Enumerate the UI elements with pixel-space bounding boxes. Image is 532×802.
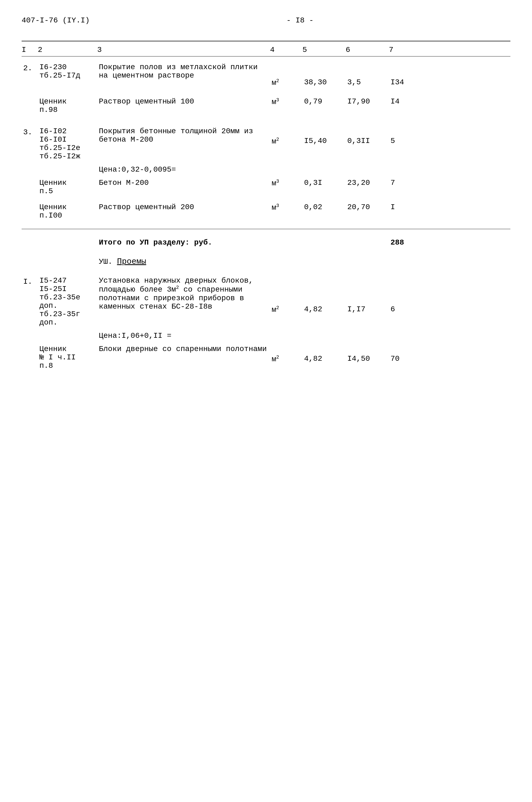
item-3-sub1-col5: 23,20 — [346, 178, 389, 188]
item-s8-1-block: I. I5-247 I5-25I тб.23-35е доп. тб.23-35… — [22, 275, 510, 371]
item-2-block: 2. I6-230 тб.25-I7д Покрытие полов из ме… — [22, 62, 510, 88]
item-3-price-row: Цена:0,32-0,0095= — [22, 164, 510, 175]
item-2-col5: 3,5 — [346, 62, 389, 88]
item-2-unit: м2 — [270, 62, 302, 88]
item-3-sub1-desc: Бетон М-200 — [97, 178, 270, 188]
item-3-col5: 0,3II — [346, 126, 389, 146]
item-s8-1-sub1-desc: Блоки дверные со спаренными полотнами — [97, 344, 270, 354]
item-s8-1-col5: I,I7 — [346, 275, 389, 315]
col-header-7: 7 — [389, 46, 421, 54]
item-3-code: I6-I02 I6-I0I тб.25-I2е тб.25-I2ж — [38, 126, 97, 162]
item-3-number: 3. — [22, 126, 38, 137]
section8-heading: УШ. Проемы — [97, 256, 270, 267]
header-left: 407-I-76 (IY.I) — [22, 16, 90, 24]
total-empty5 — [346, 242, 389, 244]
item-3-unit: м2 — [270, 126, 302, 147]
col-header-3: 3 — [97, 46, 270, 54]
item-s8-1-price-e2 — [38, 331, 97, 333]
item-2-row: 2. I6-230 тб.25-I7д Покрытие полов из ме… — [22, 62, 510, 88]
item-3-sub2-code: Ценник п.I00 — [38, 202, 97, 221]
item-s8-1-number: I. — [22, 275, 38, 287]
item-s8-1-price-e4 — [302, 331, 346, 333]
item-s8-1-sub1-col6: 70 — [389, 344, 421, 364]
item-3-sub1-code: Ценник п.5 — [38, 178, 97, 197]
total-value: 288 — [389, 237, 421, 248]
item-2-sub1-code: Ценник п.98 — [38, 96, 97, 115]
item-3-sub1-unit: м3 — [270, 178, 302, 189]
item-3-price-empty6 — [389, 164, 421, 166]
item-s8-1-col6: 6 — [389, 275, 421, 315]
total-empty3 — [270, 242, 302, 244]
item-3-sub1-row: Ценник п.5 Бетон М-200 м3 0,3I 23,20 7 — [22, 178, 510, 197]
item-3-sub2-desc: Раствор цементный 200 — [97, 202, 270, 212]
section8-empty4 — [302, 256, 346, 258]
col-header-5: 5 — [302, 46, 346, 54]
section8-empty1 — [22, 256, 38, 258]
total-empty2 — [38, 242, 97, 244]
item-3-price-empty1 — [22, 164, 38, 166]
item-2-col6: I34 — [389, 62, 421, 88]
item-s8-1-price-row: Цена:I,06+0,II = — [22, 331, 510, 341]
item-3-price-text: Цена:0,32-0,0095= — [97, 164, 270, 175]
item-3-price-empty5 — [346, 164, 389, 166]
item-2-sub1-col6: I4 — [389, 96, 421, 107]
item-3-sub2-num — [22, 202, 38, 204]
item-3-col6: 5 — [389, 126, 421, 146]
item-3-price-empty4 — [302, 164, 346, 166]
section-divider — [22, 229, 510, 229]
item-2-sub1-num — [22, 96, 38, 98]
item-2-sub1-col5: I7,90 — [346, 96, 389, 107]
item-2-sub1-unit: м3 — [270, 96, 302, 107]
item-2-sub1-block: Ценник п.98 Раствор цементный 100 м3 0,7… — [22, 96, 510, 115]
item-s8-1-price-e1 — [22, 331, 38, 333]
item-s8-1-sub1-col4: 4,82 — [302, 344, 346, 364]
item-2-code: I6-230 тб.25-I7д — [38, 62, 97, 81]
col-header-6: 6 — [346, 46, 389, 54]
item-3-sub2-col4: 0,02 — [302, 202, 346, 212]
column-headers: I 2 3 4 5 6 7 — [22, 41, 510, 56]
total-label: Итого по УП разделу: руб. — [97, 237, 270, 248]
item-3-row: 3. I6-I02 I6-I0I тб.25-I2е тб.25-I2ж Пок… — [22, 126, 510, 162]
item-3-sub2-col6: I — [389, 202, 421, 212]
item-3-sub1-col4: 0,3I — [302, 178, 346, 188]
section8-heading-row: УШ. Проемы — [22, 256, 510, 267]
total-empty1 — [22, 242, 38, 244]
section8-empty5 — [346, 256, 389, 258]
item-s8-1-code: I5-247 I5-25I тб.23-35е доп. тб.23-35г д… — [38, 275, 97, 328]
item-3-col4: I5,40 — [302, 126, 346, 146]
col-header-1: I — [22, 46, 38, 54]
item-3-sub1-col6: 7 — [389, 178, 421, 188]
col-header-2: 2 — [38, 46, 97, 54]
item-3-block: 3. I6-I02 I6-I0I тб.25-I2е тб.25-I2ж Пок… — [22, 126, 510, 221]
item-3-price-empty3 — [270, 164, 302, 166]
section8-roman: УШ. — [99, 258, 117, 266]
item-s8-1-price-e3 — [270, 331, 302, 333]
total-empty4 — [302, 242, 346, 244]
item-s8-1-price-e6 — [389, 331, 421, 333]
item-s8-1-sub1-row: Ценник № I ч.II п.8 Блоки дверные со спа… — [22, 344, 510, 371]
item-s8-1-sub1-col5: I4,50 — [346, 344, 389, 364]
item-2-number: 2. — [22, 62, 38, 74]
item-2-desc: Покрытие полов из метлахской плитки на ц… — [97, 62, 270, 81]
item-2-sub1-desc: Раствор цементный 100 — [97, 96, 270, 107]
header-center: - I8 - — [286, 16, 314, 24]
item-2-col4: 38,30 — [302, 62, 346, 88]
item-s8-1-sub1-code: Ценник № I ч.II п.8 — [38, 344, 97, 371]
item-2-sub1-row: Ценник п.98 Раствор цементный 100 м3 0,7… — [22, 96, 510, 115]
item-3-sub2-row: Ценник п.I00 Раствор цементный 200 м3 0,… — [22, 202, 510, 221]
item-2-sub1-col4: 0,79 — [302, 96, 346, 107]
item-s8-1-sub1-num — [22, 344, 38, 346]
item-s8-1-price-text: Цена:I,06+0,II = — [97, 331, 270, 341]
item-s8-1-col4: 4,82 — [302, 275, 346, 315]
section8-empty2 — [38, 256, 97, 258]
section8-title: Проемы — [117, 257, 146, 266]
item-3-sub1-num — [22, 178, 38, 180]
item-s8-1-row: I. I5-247 I5-25I тб.23-35е доп. тб.23-35… — [22, 275, 510, 328]
main-content: 2. I6-230 тб.25-I7д Покрытие полов из ме… — [22, 62, 510, 371]
item-s8-1-desc: Установка наружных дверных блоков, площа… — [97, 275, 270, 312]
item-s8-1-unit: м2 — [270, 275, 302, 315]
section8-empty3 — [270, 256, 302, 258]
item-3-sub2-unit: м3 — [270, 202, 302, 213]
col-header-4: 4 — [270, 46, 302, 54]
item-3-desc: Покрытия бетонные толщиной 20мм из бетон… — [97, 126, 270, 145]
